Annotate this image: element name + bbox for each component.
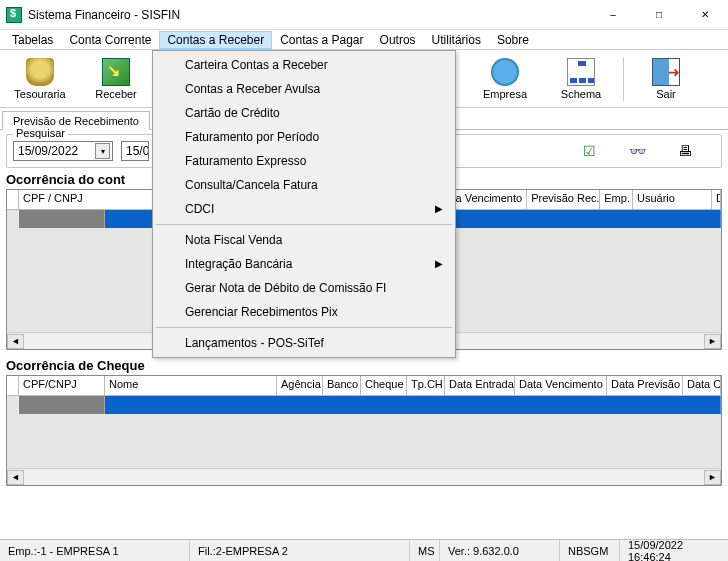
tool-label: Receber: [95, 88, 137, 100]
menu-tabelas[interactable]: Tabelas: [4, 31, 61, 49]
col2-nome[interactable]: Nome: [105, 376, 277, 395]
tool-label: Empresa: [483, 88, 527, 100]
menu-contas-a-receber-dropdown: Carteira Contas a Receber Contas a Receb…: [152, 50, 456, 358]
tool-tesouraria[interactable]: Tesouraria: [4, 52, 76, 106]
search-legend: Pesquisar: [13, 127, 68, 139]
menu-separator: [156, 327, 452, 328]
app-icon: [6, 7, 22, 23]
chevron-right-icon: ▶: [435, 258, 443, 269]
menu-item-nf-venda[interactable]: Nota Fiscal Venda: [155, 228, 453, 252]
col2-agencia[interactable]: Agência: [277, 376, 323, 395]
status-version: Ver.: 9.632.0.0: [440, 540, 560, 561]
menu-utilitarios[interactable]: Utilitários: [424, 31, 489, 49]
window-title: Sistema Financeiro - SISFIN: [28, 8, 590, 22]
grid2-title: Ocorrência de Cheque: [0, 356, 728, 375]
date-to-input[interactable]: 15/09/2022: [121, 141, 149, 161]
menu-item-avulsa[interactable]: Contas a Receber Avulsa: [155, 77, 453, 101]
scroll-left-icon[interactable]: ◄: [7, 470, 24, 485]
menu-item-recebimentos-pix[interactable]: Gerenciar Recebimentos Pix: [155, 300, 453, 324]
menu-separator: [156, 224, 452, 225]
grid2-header: CPF/CNPJ Nome Agência Banco Cheque Tp.CH…: [7, 376, 721, 396]
menu-item-pos-sitef[interactable]: Lançamentos - POS-SiTef: [155, 331, 453, 355]
chevron-right-icon: ▶: [435, 203, 443, 214]
status-ms: MS: [410, 540, 440, 561]
close-button[interactable]: ✕: [682, 0, 728, 29]
schema-icon: [567, 58, 595, 86]
menu-contas-a-pagar[interactable]: Contas a Pagar: [272, 31, 371, 49]
money-bag-icon: [26, 58, 54, 86]
col-previsao[interactable]: Previsão Rec.: [527, 190, 600, 209]
menu-item-consulta-cancela[interactable]: Consulta/Cancela Fatura: [155, 173, 453, 197]
col-usuario[interactable]: Usuário: [633, 190, 712, 209]
date-from-value: 15/09/2022: [18, 144, 78, 158]
col2-data-ocorr[interactable]: Data Ocorrê ▲: [683, 376, 721, 395]
menu-contas-a-receber[interactable]: Contas a Receber: [159, 31, 272, 49]
binoculars-icon[interactable]: 👓: [627, 142, 647, 160]
col-data[interactable]: Da: [712, 190, 721, 209]
print-icon[interactable]: 🖶: [675, 142, 695, 160]
minimize-button[interactable]: –: [590, 0, 636, 29]
globe-icon: [491, 58, 519, 86]
date-from-input[interactable]: 15/09/2022 ▾: [13, 141, 113, 161]
date-to-value: 15/09/2022: [126, 144, 149, 158]
menu-item-carteira[interactable]: Carteira Contas a Receber: [155, 53, 453, 77]
menu-bar: Tabelas Conta Corrente Contas a Receber …: [0, 30, 728, 50]
col2-banco[interactable]: Banco: [323, 376, 361, 395]
menu-item-integracao-bancaria[interactable]: Integração Bancária ▶: [155, 252, 453, 276]
tool-label: Sair: [656, 88, 676, 100]
grid-ocorrencia-cheque: CPF/CNPJ Nome Agência Banco Cheque Tp.CH…: [6, 375, 722, 486]
col2-data-venc[interactable]: Data Vencimento: [515, 376, 607, 395]
col2-cpf[interactable]: CPF/CNPJ: [19, 376, 105, 395]
status-empresa: Emp.:-1 - EMPRESA 1: [0, 540, 190, 561]
status-datetime: 15/09/2022 16:46:24: [620, 540, 728, 561]
status-user: NBSGM: [560, 540, 620, 561]
col2-data-entrada[interactable]: Data Entrada: [445, 376, 515, 395]
table-row[interactable]: [7, 396, 721, 414]
dropdown-icon[interactable]: ▾: [95, 143, 110, 159]
menu-conta-corrente[interactable]: Conta Corrente: [61, 31, 159, 49]
exit-icon: [652, 58, 680, 86]
menu-item-nota-debito-comissao[interactable]: Gerar Nota de Débito de Comissão FI: [155, 276, 453, 300]
menu-item-fat-periodo[interactable]: Faturamento por Período: [155, 125, 453, 149]
receive-icon: [102, 58, 130, 86]
menu-item-fat-expresso[interactable]: Faturamento Expresso: [155, 149, 453, 173]
tool-empresa[interactable]: Empresa: [469, 52, 541, 106]
scroll-right-icon[interactable]: ►: [704, 334, 721, 349]
col2-data-prev[interactable]: Data Previsão: [607, 376, 683, 395]
menu-item-cartao-credito[interactable]: Cartão de Crédito: [155, 101, 453, 125]
menu-outros[interactable]: Outros: [372, 31, 424, 49]
status-bar: Emp.:-1 - EMPRESA 1 Fil.:2-EMPRESA 2 MS …: [0, 539, 728, 561]
confirm-icon[interactable]: ☑: [579, 142, 599, 160]
col-cpf-cnpj[interactable]: CPF / CNPJ: [19, 190, 162, 209]
grid2-hscroll[interactable]: ◄ ►: [7, 468, 721, 485]
menu-sobre[interactable]: Sobre: [489, 31, 537, 49]
status-filial: Fil.:2-EMPRESA 2: [190, 540, 410, 561]
title-bar: Sistema Financeiro - SISFIN – □ ✕: [0, 0, 728, 30]
menu-item-cdci[interactable]: CDCI ▶: [155, 197, 453, 221]
window-controls: – □ ✕: [590, 0, 728, 29]
scroll-right-icon[interactable]: ►: [704, 470, 721, 485]
scroll-left-icon[interactable]: ◄: [7, 334, 24, 349]
col-emp[interactable]: Emp.: [600, 190, 633, 209]
tool-sair[interactable]: Sair: [630, 52, 702, 106]
tool-schema[interactable]: Schema: [545, 52, 617, 106]
tool-label: Tesouraria: [14, 88, 65, 100]
tool-receber[interactable]: Receber: [80, 52, 152, 106]
grid2-body[interactable]: [7, 396, 721, 468]
col2-cheque[interactable]: Cheque: [361, 376, 407, 395]
tool-label: Schema: [561, 88, 601, 100]
toolbar-separator: [623, 57, 624, 101]
maximize-button[interactable]: □: [636, 0, 682, 29]
col2-tpch[interactable]: Tp.CH: [407, 376, 445, 395]
